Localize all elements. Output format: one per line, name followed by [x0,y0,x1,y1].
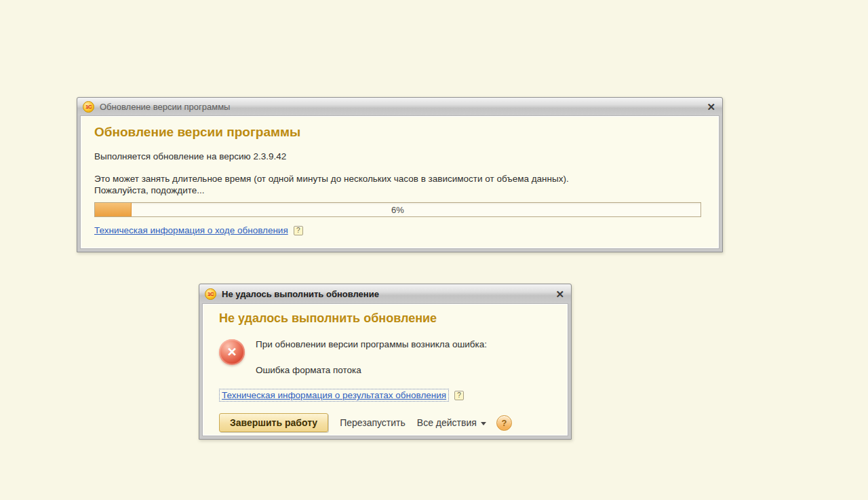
help-icon[interactable]: ? [454,391,464,400]
error-texts: При обновлении версии программы возникла… [256,337,487,376]
finish-work-button[interactable]: Завершить работу [219,413,328,432]
update-progress-bar: 6% [94,202,701,217]
update-info-line2: Пожалуйста, подождите... [94,185,701,196]
update-dialog-window: 1С Обновление версии программы ✕ Обновле… [77,97,723,252]
error-icon: ✕ [219,339,245,365]
close-icon[interactable]: ✕ [707,102,715,112]
error-link-row: Техническая информация о результатах обн… [219,389,554,402]
all-actions-label: Все действия [417,417,477,428]
progress-percent-label: 6% [95,203,701,216]
all-actions-button[interactable]: Все действия [417,417,486,428]
error-intro-text: При обновлении версии программы возникла… [256,339,487,350]
help-icon[interactable]: ? [294,226,303,235]
1c-app-icon: 1С [83,101,94,113]
update-page-title: Обновление версии программы [94,125,701,140]
tech-info-progress-link[interactable]: Техническая информация о ходе обновления [94,225,288,235]
update-dialog-titlebar[interactable]: 1С Обновление версии программы ✕ [77,98,722,115]
update-link-row: Техническая информация о ходе обновления… [94,225,701,235]
update-dialog-body: Обновление версии программы Выполняется … [80,115,719,249]
restart-button[interactable]: Перезапустить [340,417,406,428]
error-message-row: ✕ При обновлении версии программы возник… [219,337,554,376]
help-round-button[interactable]: ? [496,415,512,431]
update-dialog-window-title: Обновление версии программы [100,102,230,112]
error-dialog-titlebar[interactable]: 1С Не удалось выполнить обновление ✕ [199,284,571,303]
chevron-down-icon [481,422,486,425]
error-dialog-window-title: Не удалось выполнить обновление [222,289,379,299]
error-dialog-body: Не удалось выполнить обновление ✕ При об… [202,303,568,436]
error-dialog-window: 1С Не удалось выполнить обновление ✕ Не … [199,284,572,440]
tech-info-results-link[interactable]: Техническая информация о результатах обн… [219,389,449,402]
error-detail-text: Ошибка формата потока [256,364,487,376]
update-status-text: Выполняется обновление на версию 2.3.9.4… [94,151,701,162]
error-dialog-button-bar: Завершить работу Перезапустить Все дейст… [219,413,554,432]
close-icon[interactable]: ✕ [555,289,564,299]
update-info-line1: Это может занять длительное время (от од… [94,173,701,185]
1c-app-icon: 1С [205,288,216,300]
error-page-title: Не удалось выполнить обновление [219,311,554,326]
